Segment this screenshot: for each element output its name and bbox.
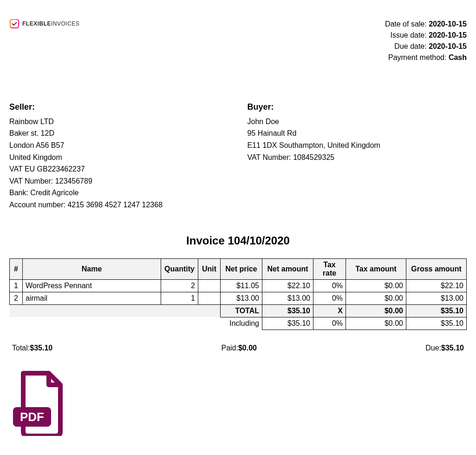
svg-rect-0 [10,20,19,28]
including-tax-rate: 0% [313,317,346,330]
seller-line: VAT EU GB223462237 [9,163,229,175]
buyer-line: 95 Hainault Rd [248,127,467,139]
including-label: Including [221,317,262,330]
total-row: TOTAL $35.10 X $0.00 $35.10 [10,304,467,317]
table-row: 1 WordPress Pennant 2 $11.05 $22.10 0% $… [10,279,467,292]
buyer-line: VAT Number: 1084529325 [248,152,467,164]
table-row: 2 airmail 1 $13.00 $13.00 0% $0.00 $13.0… [10,292,467,304]
seller-line: VAT Number: 123456789 [9,175,229,187]
total-label: TOTAL [221,304,262,317]
row-num: 1 [10,279,23,292]
issue-date-label: Issue date: [390,31,429,39]
col-name: Name [23,258,161,279]
including-tax-amount: $0.00 [346,317,406,330]
flexible-invoices-icon [9,19,20,29]
col-qty: Quantity [161,258,198,279]
seller-line: Baker st. 12D [9,127,229,139]
col-net-amount: Net amount [262,258,313,279]
row-tax-amount: $0.00 [346,279,406,292]
col-tax-amount: Tax amount [346,258,406,279]
seller-line: Bank: Credit Agricole [9,187,229,199]
row-tax-rate: 0% [313,279,346,292]
date-of-sale-label: Date of sale: [385,20,429,28]
buyer-line: John Doe [248,116,467,128]
header-row: FLEXIBLEINVOICES Date of sale: 2020-10-1… [9,19,467,63]
row-num: 2 [10,292,23,304]
date-of-sale-value: 2020-10-15 [429,20,467,28]
row-qty: 2 [161,279,198,292]
total-tax-amount: $0.00 [346,304,406,317]
buyer-line: E11 1DX Southampton, United Kingdom [248,139,467,152]
row-unit [198,292,221,304]
including-net-amount: $35.10 [262,317,313,330]
row-gross: $22.10 [406,279,467,292]
seller-line: Account number: 4215 3698 4527 1247 1236… [9,199,229,211]
row-tax-amount: $0.00 [346,292,406,304]
brand-logo-text: FLEXIBLEINVOICES [22,20,79,27]
row-unit [198,279,221,292]
due-date-label: Due date: [394,42,429,50]
summary-total: Total:$35.10 [12,344,52,352]
row-qty: 1 [161,292,198,304]
buyer-heading: Buyer: [248,100,467,114]
row-gross: $13.00 [406,292,467,304]
row-net-amount: $22.10 [262,279,313,292]
svg-rect-1 [10,20,19,28]
invoice-title: Invoice 104/10/2020 [9,234,467,247]
col-gross: Gross amount [406,258,467,279]
seller-heading: Seller: [9,100,229,114]
col-tax-rate: Tax rate [313,258,346,279]
payment-method-value: Cash [449,53,467,61]
seller-line: United Kingdom [9,152,229,164]
summary-row: Total:$35.10 Paid:$0.00 Due:$35.10 [12,344,464,352]
seller-line: London A56 B57 [9,139,229,152]
invoice-meta: Date of sale: 2020-10-15 Issue date: 202… [385,19,467,63]
table-header-row: # Name Quantity Unit Net price Net amoun… [10,258,467,279]
row-net-price: $13.00 [221,292,262,304]
total-net-amount: $35.10 [262,304,313,317]
row-net-price: $11.05 [221,279,262,292]
due-date-value: 2020-10-15 [429,42,467,50]
summary-due: Due:$35.10 [425,344,464,352]
buyer-block: Buyer: John Doe 95 Hainault Rd E11 1DX S… [248,100,467,211]
payment-method-label: Payment method: [388,53,449,61]
row-net-amount: $13.00 [262,292,313,304]
row-name: airmail [23,292,161,304]
col-net-price: Net price [221,258,262,279]
issue-date-value: 2020-10-15 [429,31,467,39]
including-row: Including $35.10 0% $0.00 $35.10 [10,317,467,330]
seller-line: Rainbow LTD [9,116,229,128]
total-tax-rate: X [313,304,346,317]
summary-paid: Paid:$0.00 [221,344,257,352]
brand-logo: FLEXIBLEINVOICES [9,19,79,29]
parties: Seller: Rainbow LTD Baker st. 12D London… [9,100,467,211]
col-unit: Unit [198,258,221,279]
total-gross: $35.10 [406,304,467,317]
line-items-table: # Name Quantity Unit Net price Net amoun… [9,258,467,330]
including-gross: $35.10 [406,317,467,330]
col-num: # [10,258,23,279]
pdf-label: PDF [20,410,44,424]
row-tax-rate: 0% [313,292,346,304]
row-name: WordPress Pennant [23,279,161,292]
pdf-file-icon[interactable]: PDF [9,371,65,436]
seller-block: Seller: Rainbow LTD Baker st. 12D London… [9,100,229,211]
